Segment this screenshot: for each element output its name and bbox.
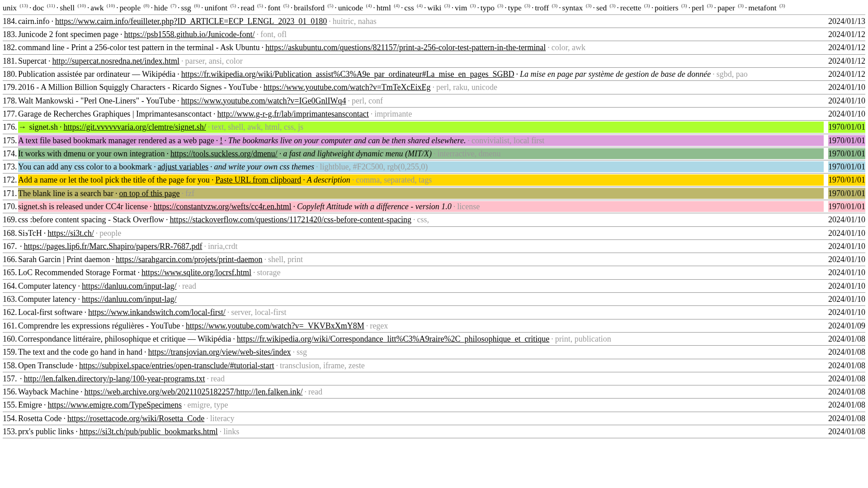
bookmark-url[interactable]: https://subpixel.space/entries/open-tran… bbox=[79, 361, 274, 370]
bookmark-tags: huitric, nahas bbox=[333, 17, 377, 26]
bookmark-url[interactable]: http://len.falken.directory/p-lang/100-y… bbox=[24, 374, 205, 383]
bookmark-row: 171The blank line is a search bar·on top… bbox=[3, 187, 865, 200]
row-content: Comprendre les expressions régulières - … bbox=[18, 320, 824, 331]
tag-unifont[interactable]: unifont (5) bbox=[204, 3, 236, 12]
tag-count: (4) bbox=[394, 3, 400, 8]
tag-css[interactable]: css (4) bbox=[404, 3, 423, 12]
row-number: 156 bbox=[3, 386, 16, 397]
bookmark-url[interactable]: adjust variables bbox=[158, 162, 208, 171]
row-content: css :before content spacing - Stack Over… bbox=[18, 214, 824, 225]
tag-count: (3) bbox=[707, 3, 713, 8]
tag-count: (11) bbox=[47, 3, 55, 8]
separator-dot: · bbox=[44, 400, 46, 409]
tag-label: ssg bbox=[181, 3, 191, 12]
tag-sed[interactable]: sed (3) bbox=[596, 3, 616, 12]
separator-dot: · bbox=[276, 361, 278, 370]
tag-paper[interactable]: paper (3) bbox=[717, 3, 744, 12]
tag-ssg[interactable]: ssg (6) bbox=[181, 3, 200, 12]
bookmark-tags: sgbd, pao bbox=[717, 70, 748, 79]
tag-separator: · bbox=[178, 3, 179, 12]
bookmark-url[interactable]: https://www.youtube.com/watch?v=TmTeXcEi… bbox=[264, 83, 431, 92]
bookmark-name: Emigre bbox=[18, 400, 42, 409]
tag-read[interactable]: read (5) bbox=[241, 3, 263, 12]
tag-font[interactable]: font (5) bbox=[268, 3, 289, 12]
bookmark-url[interactable]: https://fr.wikipedia.org/wiki/Correspond… bbox=[237, 334, 550, 343]
bookmark-name: Supercat bbox=[18, 56, 47, 66]
tag-count: (5) bbox=[257, 3, 263, 8]
bookmark-url[interactable]: https://psb1558.github.io/Junicode-font/ bbox=[124, 30, 255, 39]
tag-label: unifont bbox=[204, 3, 227, 12]
bookmark-url[interactable]: https://www.sqlite.org/locrsf.html bbox=[142, 268, 251, 277]
bookmark-url[interactable]: https://si3t.ch/ bbox=[47, 229, 94, 238]
bookmark-url[interactable]: on top of this page bbox=[119, 189, 179, 198]
tag-recette[interactable]: recette (3) bbox=[620, 3, 650, 12]
tag-typo[interactable]: typo (3) bbox=[481, 3, 503, 12]
bookmark-url[interactable]: https://www.youtube.com/watch?v=_VKVBxXm… bbox=[186, 321, 364, 330]
separator-dot: · bbox=[366, 321, 368, 330]
separator-dot: · bbox=[220, 427, 222, 436]
bookmark-description: a fast and lightweight dynamic menu (MIT… bbox=[283, 149, 432, 158]
separator-dot: · bbox=[207, 374, 209, 383]
bookmark-url[interactable]: https://git.vvvvvvaria.org/clemtre/signe… bbox=[64, 122, 206, 131]
tag-troff[interactable]: troff (3) bbox=[535, 3, 557, 12]
tag-doc[interactable]: doc (11) bbox=[33, 3, 55, 12]
bookmark-url[interactable]: https://si3t.ch/pub/public_bookmarks.htm… bbox=[80, 427, 218, 436]
bookmark-date: 1970/01/01 bbox=[828, 148, 865, 159]
tag-poitiers[interactable]: poitiers (3) bbox=[655, 3, 687, 12]
tag-html[interactable]: html (4) bbox=[377, 3, 400, 12]
tag-people[interactable]: people (8) bbox=[120, 3, 150, 12]
separator-dot: · bbox=[166, 215, 168, 224]
bookmark-url[interactable]: https://web.archive.org/web/202110251822… bbox=[85, 387, 303, 396]
bookmark-url[interactable]: https://danluu.com/input-lag/ bbox=[82, 282, 176, 291]
separator-dot: · bbox=[115, 189, 118, 198]
tag-syntax[interactable]: syntax (3) bbox=[562, 3, 592, 12]
bookmark-date: 2024/01/08 bbox=[828, 360, 865, 371]
bookmark-tags: css, bbox=[417, 215, 429, 224]
tag-brailsford[interactable]: brailsford (5) bbox=[294, 3, 333, 12]
bookmark-url[interactable]: https://pages.lip6.fr/Marc.Shapiro/paper… bbox=[24, 242, 203, 251]
separator-dot: · bbox=[467, 136, 470, 145]
bookmark-url[interactable]: https://www.emigre.com/TypeSpecimens bbox=[47, 400, 182, 409]
bookmark-url[interactable]: https://stackoverflow.com/questions/1172… bbox=[170, 215, 411, 224]
separator-dot: · bbox=[413, 215, 415, 224]
tag-perl[interactable]: perl (3) bbox=[692, 3, 712, 12]
bookmark-url[interactable]: https://danluu.com/input-lag/ bbox=[82, 295, 176, 304]
bookmark-url[interactable]: ! bbox=[220, 136, 222, 145]
tag-vim[interactable]: vim (3) bbox=[455, 3, 476, 12]
bookmark-url[interactable]: https://transjovian.org/view/web-sites/i… bbox=[148, 347, 291, 357]
bookmark-row: 159The text and the code go hand in hand… bbox=[3, 346, 865, 359]
bookmark-date: 2024/01/08 bbox=[828, 347, 865, 357]
bookmark-name: LoC Recommended Storage Format bbox=[18, 268, 136, 277]
tag-unix[interactable]: unix (13) bbox=[3, 3, 28, 12]
bookmark-name: Walt Mankowski - "Perl One-Liners" - You… bbox=[18, 96, 175, 105]
tag-wiki[interactable]: wiki (3) bbox=[427, 3, 450, 12]
bookmark-url[interactable]: https://www.cairn.info/feuilleter.php?ID… bbox=[55, 17, 327, 26]
tag-label: font bbox=[268, 3, 280, 12]
bookmark-url[interactable]: http://supercat.nosredna.net/index.html bbox=[52, 56, 179, 66]
bookmark-url[interactable]: https://www.inkandswitch.com/local-first… bbox=[88, 308, 226, 317]
bookmark-tags: license bbox=[457, 202, 480, 211]
separator-dot: · bbox=[184, 400, 186, 409]
tag-metafont[interactable]: metafont (3) bbox=[748, 3, 785, 12]
tag-separator: · bbox=[452, 3, 453, 12]
bookmark-url[interactable]: https://www.youtube.com/watch?v=IGe0GnlI… bbox=[181, 96, 346, 105]
row-content: The text and the code go hand in hand·ht… bbox=[18, 347, 824, 357]
tag-hide[interactable]: hide (7) bbox=[154, 3, 176, 12]
tag-unicode[interactable]: unicode (4) bbox=[338, 3, 372, 12]
tag-awk[interactable]: awk (10) bbox=[90, 3, 115, 12]
tag-type[interactable]: type (3) bbox=[508, 3, 530, 12]
bookmark-url[interactable]: https://sarahgarcin.com/projets/print-da… bbox=[116, 255, 262, 264]
bookmark-url[interactable]: Paste URL from clipboard bbox=[215, 175, 301, 184]
bookmark-url[interactable]: https://tools.suckless.org/dmenu/ bbox=[170, 149, 278, 158]
bookmark-url[interactable]: https://rosettacode.org/wiki/Rosetta_Cod… bbox=[67, 414, 204, 423]
bookmark-url[interactable]: http://www.g-r-g.fr/lab/imprimantesansco… bbox=[217, 109, 368, 118]
bookmark-url[interactable]: https://fr.wikipedia.org/wiki/Publicatio… bbox=[181, 70, 514, 79]
bookmark-url[interactable]: https://askubuntu.com/questions/821157/p… bbox=[265, 43, 546, 52]
tag-shell[interactable]: shell (10) bbox=[60, 3, 86, 12]
tag-count: (3) bbox=[610, 3, 616, 8]
row-number: 174 bbox=[3, 148, 16, 159]
separator-dot: · bbox=[96, 229, 98, 238]
bookmark-url[interactable]: https://constantvzw.org/wefts/cc4r.en.ht… bbox=[153, 202, 291, 211]
bookmark-tags: read bbox=[211, 374, 225, 383]
row-number: 163 bbox=[3, 294, 16, 305]
